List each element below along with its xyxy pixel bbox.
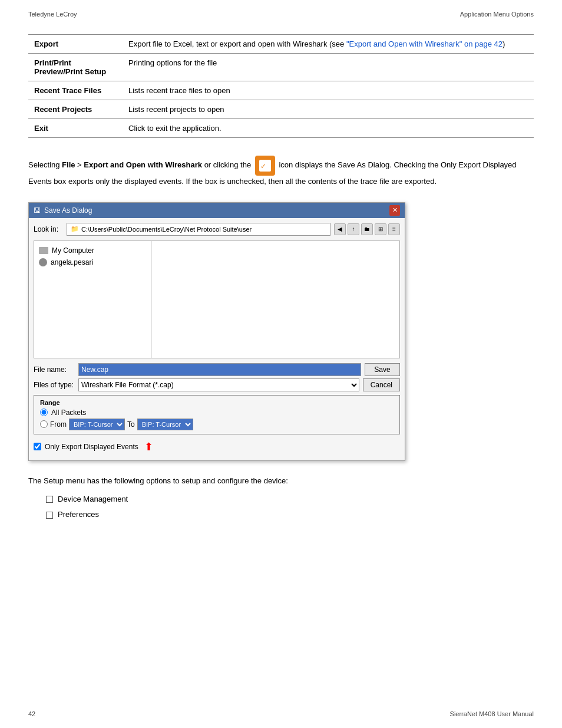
filename-input[interactable]: [78, 363, 361, 376]
toolbar-btn-icons[interactable]: ⊞: [375, 223, 386, 235]
setup-checkbox-1: [46, 512, 53, 519]
right-panel: [151, 241, 400, 358]
page-header: Teledyne LeCroy Application Menu Options: [0, 0, 562, 22]
toolbar-btn-back[interactable]: ◀: [334, 223, 346, 235]
table-desc-4: Click to exit the application.: [123, 119, 534, 138]
save-as-dialog: 🖫 Save As Dialog ✕ Look in: 📁 C:\Users\P…: [28, 202, 405, 461]
table-label-4: Exit: [28, 119, 123, 138]
filename-row: File name: Save: [34, 363, 400, 376]
header-right: Application Menu Options: [460, 11, 534, 18]
path-icon: 📁: [71, 225, 79, 233]
table-label-3: Recent Projects: [28, 100, 123, 119]
toolbar-btn-new[interactable]: 🖿: [361, 223, 373, 235]
lookin-row: Look in: 📁 C:\Users\Public\Documents\LeC…: [34, 223, 400, 236]
prose-paragraph: Selecting File > Export and Open with Wi…: [28, 156, 534, 188]
filename-label: File name:: [34, 365, 75, 374]
filetype-select[interactable]: Wireshark File Format (*.cap): [78, 378, 359, 391]
footer-left: 42: [28, 710, 35, 717]
left-item-user[interactable]: angela.pesari: [38, 256, 147, 268]
all-packets-row: All Packets: [40, 409, 394, 417]
from-radio[interactable]: [40, 420, 48, 428]
prose-bold1: File: [62, 160, 75, 169]
user-label: angela.pesari: [51, 258, 93, 266]
table-desc-2: Lists recent trace files to open: [123, 81, 534, 100]
dialog-body: Look in: 📁 C:\Users\Public\Documents\LeC…: [29, 218, 405, 460]
checkbox-label: Only Export Displayed Events: [45, 443, 138, 451]
cancel-button[interactable]: Cancel: [363, 378, 400, 391]
filetype-label: Files of type:: [34, 381, 75, 389]
left-item-computer[interactable]: My Computer: [38, 245, 147, 256]
prose-bold2: Export and Open with Wireshark: [84, 160, 202, 169]
computer-label: My Computer: [52, 246, 94, 255]
dialog-title-icon: 🖫: [34, 206, 41, 215]
range-title: Range: [40, 399, 394, 406]
table-desc-0: Export file to Excel, text or export and…: [123, 35, 534, 54]
left-panel: My Computer angela.pesari: [34, 241, 151, 358]
path-box: 📁 C:\Users\Public\Documents\LeCroy\Net P…: [67, 223, 330, 236]
dialog-titlebar: 🖫 Save As Dialog ✕: [29, 203, 405, 218]
prose-part1: Selecting: [28, 160, 62, 169]
to-select[interactable]: BIP: T-Cursor: [137, 419, 193, 430]
setup-checkbox-0: [46, 496, 53, 503]
menu-options-table: ExportExport file to Excel, text or expo…: [28, 34, 534, 138]
dialog-main-area: My Computer angela.pesari: [34, 241, 400, 358]
dialog-title-left: 🖫 Save As Dialog: [34, 206, 92, 215]
range-box: Range All Packets From BIP: T-Cursor To …: [34, 395, 400, 434]
page-content: ExportExport file to Excel, text or expo…: [0, 22, 562, 548]
prose-gt: >: [75, 160, 84, 169]
setup-section: The Setup menu has the following options…: [28, 475, 534, 521]
setup-list: Device ManagementPreferences: [28, 493, 534, 522]
from-select[interactable]: BIP: T-Cursor: [69, 419, 125, 430]
from-to-row: From BIP: T-Cursor To BIP: T-Cursor: [40, 419, 394, 430]
toolbar-btn-list[interactable]: ≡: [388, 223, 400, 235]
table-link-0[interactable]: "Export and Open with Wireshark" on page…: [346, 39, 503, 48]
dialog-title-text: Save As Dialog: [44, 206, 92, 215]
save-button[interactable]: Save: [365, 363, 400, 376]
setup-item-0: Device Management: [46, 493, 534, 506]
setup-item-1: Preferences: [46, 509, 534, 521]
from-label: From: [50, 420, 67, 429]
red-arrow-indicator: ⬆: [144, 440, 153, 453]
setup-item-label-0: Device Management: [58, 493, 128, 506]
to-label: To: [127, 420, 135, 429]
toolbar-btn-up[interactable]: ↑: [348, 223, 359, 235]
footer-right: SierraNet M408 User Manual: [450, 710, 534, 717]
setup-item-label-1: Preferences: [58, 509, 99, 521]
page-footer: 42 SierraNet M408 User Manual: [28, 710, 534, 717]
filetype-row: Files of type: Wireshark File Format (*.…: [34, 378, 400, 391]
all-packets-label: All Packets: [51, 409, 86, 417]
table-label-1: Print/Print Preview/Print Setup: [28, 54, 123, 81]
computer-icon: [39, 247, 48, 254]
user-icon: [39, 258, 47, 266]
path-value: C:\Users\Public\Documents\LeCroy\Net Pro…: [81, 226, 252, 233]
wireshark-icon: [255, 156, 275, 176]
dialog-toolbar: ◀ ↑ 🖿 ⊞ ≡: [334, 223, 400, 235]
dialog-buttons: Save: [365, 363, 400, 376]
table-desc-3: Lists recent projects to open: [123, 100, 534, 119]
lookin-label: Look in:: [34, 225, 63, 233]
table-label-2: Recent Trace Files: [28, 81, 123, 100]
checkbox-row: Only Export Displayed Events ⬆: [34, 438, 400, 456]
table-label-0: Export: [28, 35, 123, 54]
prose-section: Selecting File > Export and Open with Wi…: [28, 156, 534, 188]
header-left: Teledyne LeCroy: [28, 11, 77, 18]
dialog-close-button[interactable]: ✕: [389, 205, 400, 216]
export-checkbox[interactable]: [34, 443, 41, 450]
all-packets-radio[interactable]: [40, 409, 48, 416]
table-desc-1: Printing options for the file: [123, 54, 534, 81]
setup-intro: The Setup menu has the following options…: [28, 475, 534, 487]
prose-part2: or clicking the: [202, 160, 251, 169]
